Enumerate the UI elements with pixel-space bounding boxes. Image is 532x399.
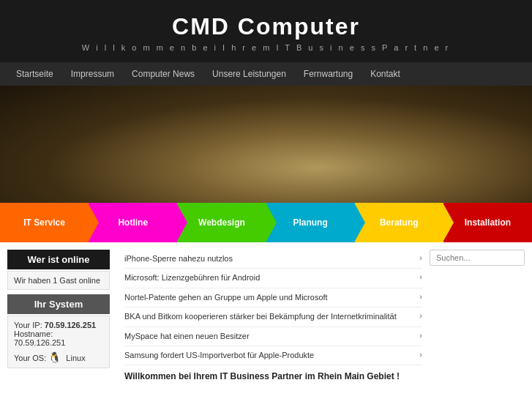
system-info: Your IP: 70.59.126.251 Hostname: 70.59.1… — [7, 316, 110, 368]
arrow-icon: › — [419, 311, 422, 320]
service-it-service[interactable]: IT Service — [0, 203, 89, 242]
arrow-icon: › — [419, 292, 422, 301]
ip-value: 70.59.126.251 — [45, 321, 96, 329]
system-title: Ihr System — [7, 294, 110, 314]
news-text: BKA und Bitkom kooperieren stärker bei B… — [124, 311, 415, 322]
news-text: Samsung fordert US-Importverbot für Appl… — [124, 350, 415, 361]
online-count: Wir haben 1 Gast online — [14, 276, 100, 285]
arrow-icon: › — [419, 331, 422, 340]
sidebar: Wer ist online Wir haben 1 Gast online I… — [7, 250, 110, 399]
search-input[interactable] — [430, 250, 525, 266]
news-text: Microsoft: Lizenzgebühren für Android — [124, 272, 415, 283]
list-item: MySpace hat einen neuen Besitzer › — [124, 327, 422, 346]
arrow-icon: › — [419, 253, 422, 262]
nav-kontakt[interactable]: Kontakt — [361, 62, 409, 86]
news-column: iPhone-Sperre nahezu nutzlos › Microsoft… — [117, 250, 430, 399]
news-text: iPhone-Sperre nahezu nutzlos — [124, 253, 415, 264]
hostname-row: Hostname: 70.59.126.251 — [14, 329, 103, 347]
service-beratung[interactable]: Beratung — [355, 203, 443, 242]
os-row: Your OS: 🐧 Linux — [14, 351, 103, 363]
nav-startseite[interactable]: Startseite — [7, 62, 62, 86]
hero-image — [0, 86, 532, 203]
list-item: iPhone-Sperre nahezu nutzlos › — [124, 250, 422, 269]
site-title: CMD Computer — [7, 13, 525, 40]
arrow-icon: › — [419, 272, 422, 281]
main-content: Wer ist online Wir haben 1 Gast online I… — [0, 242, 532, 399]
service-installation[interactable]: Installation — [443, 203, 532, 242]
news-text: Nortel-Patente gehen an Gruppe um Apple … — [124, 292, 415, 303]
nav-impressum[interactable]: Impressum — [62, 62, 123, 86]
online-title: Wer ist online — [7, 250, 110, 269]
news-text: MySpace hat einen neuen Besitzer — [124, 331, 415, 342]
hostname-label: Hostname: — [14, 329, 53, 338]
linux-icon: 🐧 — [48, 351, 61, 363]
news-footer: Willkommen bei Ihrem IT Business Partner… — [124, 371, 422, 381]
ip-row: Your IP: 70.59.126.251 — [14, 321, 103, 329]
service-planung[interactable]: Planung — [266, 203, 355, 242]
os-value: Linux — [66, 354, 85, 362]
hostname-value: 70.59.126.251 — [14, 338, 65, 347]
list-item: Nortel-Patente gehen an Gruppe um Apple … — [124, 288, 422, 307]
site-subtitle: W i l l k o m m e n b e i I h r e m I T … — [7, 43, 525, 52]
site-header: CMD Computer W i l l k o m m e n b e i I… — [0, 0, 532, 62]
service-webdesign[interactable]: Webdesign — [177, 203, 266, 242]
nav-fernwartung[interactable]: Fernwartung — [295, 62, 361, 86]
main-nav: Startseite Impressum Computer News Unser… — [0, 62, 532, 86]
arrow-icon: › — [419, 350, 422, 359]
list-item: Microsoft: Lizenzgebühren für Android › — [124, 269, 422, 288]
search-column — [430, 250, 525, 399]
nav-leistungen[interactable]: Unsere Leistungen — [203, 62, 295, 86]
list-item: Samsung fordert US-Importverbot für Appl… — [124, 346, 422, 365]
online-info: Wir haben 1 Gast online — [7, 271, 110, 290]
nav-computer-news[interactable]: Computer News — [123, 62, 203, 86]
os-label: Your OS: — [14, 354, 46, 362]
ip-label: Your IP: — [14, 321, 42, 329]
list-item: BKA und Bitkom kooperieren stärker bei B… — [124, 307, 422, 327]
services-row: IT Service Hotline Webdesign Planung Ber… — [0, 203, 532, 242]
service-hotline[interactable]: Hotline — [89, 203, 177, 242]
